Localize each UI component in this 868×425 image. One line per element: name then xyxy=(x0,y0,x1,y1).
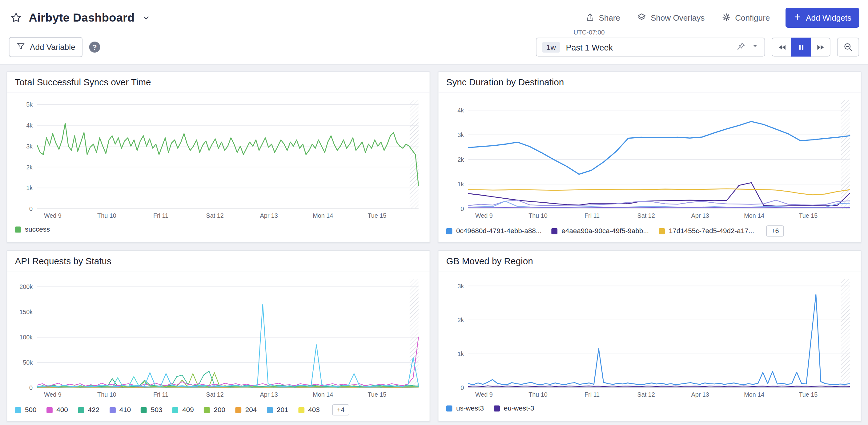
add-variable-button[interactable]: Add Variable xyxy=(9,37,83,57)
legend-item[interactable]: 503 xyxy=(141,406,162,414)
x-tick-label: Wed 9 xyxy=(44,212,62,219)
legend-item[interactable]: 403 xyxy=(298,406,320,414)
playback-controls xyxy=(772,37,831,56)
chart-canvas[interactable]: 050k100k150k200kWed 9Thu 10Fri 11Sat 12A… xyxy=(10,275,424,400)
rewind-button[interactable] xyxy=(772,37,792,56)
favorite-star-icon[interactable] xyxy=(9,10,23,25)
legend-label: e4aea90a-90ca-49f5-9abb... xyxy=(561,227,649,235)
add-widgets-button[interactable]: Add Widgets xyxy=(785,8,859,28)
y-tick-label: 2k xyxy=(457,316,464,323)
x-tick-label: Fri 11 xyxy=(153,212,168,219)
widget-gb-moved-by-region: GB Moved by Region 01k2k3kWed 9Thu 10Fri… xyxy=(438,250,862,422)
show-overlays-button[interactable]: Show Overlays xyxy=(636,9,706,26)
legend-item[interactable]: 0c49680d-4791-4ebb-a88... xyxy=(446,227,542,235)
range-caret-icon[interactable] xyxy=(751,42,759,52)
chart-legend: 0c49680d-4791-4ebb-a88...e4aea90a-90ca-4… xyxy=(438,221,861,242)
legend-item[interactable]: us-west3 xyxy=(446,404,484,412)
widget-grid: Total Successful Syncs over Time 01k2k3k… xyxy=(0,65,868,425)
legend-item[interactable]: 17d1455c-7ed5-49d2-a17... xyxy=(659,227,754,235)
x-tick-label: Apr 13 xyxy=(691,391,709,398)
chart-canvas[interactable]: 01k2k3k4kWed 9Thu 10Fri 11Sat 12Apr 13Mo… xyxy=(442,96,855,221)
add-variable-label: Add Variable xyxy=(30,42,75,52)
x-tick-label: Sat 12 xyxy=(206,212,223,219)
x-tick-label: Thu 10 xyxy=(528,212,548,219)
legend-item[interactable]: 200 xyxy=(204,406,225,414)
title-chevron-icon[interactable] xyxy=(141,12,153,24)
zoom-out-button[interactable] xyxy=(837,37,859,56)
legend-color-chip xyxy=(15,226,21,233)
header-title-row: Airbyte Dashboard Share Show Overlays Co… xyxy=(9,5,859,30)
y-tick-label: 1k xyxy=(457,351,464,357)
x-tick-label: Sat 12 xyxy=(638,391,655,398)
legend-label: 503 xyxy=(151,406,162,414)
legend-label: us-west3 xyxy=(456,404,484,412)
x-tick-label: Thu 10 xyxy=(528,391,548,398)
legend-item[interactable]: 201 xyxy=(267,406,288,414)
share-button[interactable]: Share xyxy=(584,9,621,26)
series-line-500[interactable] xyxy=(37,304,418,387)
dashboard-page: Airbyte Dashboard Share Show Overlays Co… xyxy=(0,0,868,425)
filter-funnel-icon xyxy=(16,41,26,53)
legend-item[interactable]: e4aea90a-90ca-49f5-9abb... xyxy=(552,227,649,235)
series-line-success[interactable] xyxy=(37,123,418,186)
legend-item[interactable]: 422 xyxy=(78,406,99,414)
x-tick-label: Fri 11 xyxy=(585,212,599,219)
add-widgets-label: Add Widgets xyxy=(806,13,851,22)
legend-label: 403 xyxy=(308,406,320,414)
series-line-dest-6[interactable] xyxy=(468,208,850,208)
share-label: Share xyxy=(599,13,620,22)
header: Airbyte Dashboard Share Show Overlays Co… xyxy=(0,0,868,65)
x-tick-label: Mon 14 xyxy=(744,212,764,219)
x-tick-label: Thu 10 xyxy=(97,391,116,398)
x-tick-label: Tue 15 xyxy=(799,391,817,398)
series-line-0c49680d[interactable] xyxy=(468,121,850,174)
x-tick-label: Fri 11 xyxy=(153,391,168,398)
legend-item[interactable]: 204 xyxy=(235,406,257,414)
legend-label: 201 xyxy=(277,406,288,414)
legend-color-chip xyxy=(46,407,53,413)
help-icon[interactable]: ? xyxy=(89,41,100,53)
future-hatch-region xyxy=(410,100,418,209)
legend-label: 410 xyxy=(119,406,131,414)
x-tick-label: Wed 9 xyxy=(475,391,493,398)
legend-label: 0c49680d-4791-4ebb-a88... xyxy=(456,227,542,235)
time-range-selector[interactable]: 1w Past 1 Week xyxy=(536,37,765,56)
x-tick-label: Tue 15 xyxy=(368,391,386,398)
series-line-us-west3[interactable] xyxy=(468,295,850,385)
y-tick-label: 1k xyxy=(26,184,33,191)
x-tick-label: Thu 10 xyxy=(97,212,116,219)
legend-item[interactable]: 410 xyxy=(109,406,131,414)
y-tick-label: 200k xyxy=(20,283,33,290)
widget-api-requests-by-status: API Requests by Status 050k100k150k200kW… xyxy=(7,250,430,422)
fast-forward-button[interactable] xyxy=(810,37,831,56)
header-toolbar-row: Add Variable ? UTC-07:00 1w Past 1 Week xyxy=(9,37,859,58)
legend-item[interactable]: 500 xyxy=(15,406,37,414)
series-line-400[interactable] xyxy=(37,337,418,386)
plus-icon xyxy=(793,12,802,23)
range-shortcut-chip[interactable]: 1w xyxy=(542,42,560,52)
widget-sync-duration-by-destination: Sync Duration by Destination 01k2k3k4kWe… xyxy=(438,71,862,243)
chart-canvas[interactable]: 01k2k3kWed 9Thu 10Fri 11Sat 12Apr 13Mon … xyxy=(442,275,855,400)
y-tick-label: 3k xyxy=(26,143,33,150)
series-line-eu-west-3[interactable] xyxy=(468,386,850,387)
chart-canvas[interactable]: 01k2k3k4k5kWed 9Thu 10Fri 11Sat 12Apr 13… xyxy=(10,96,424,221)
configure-button[interactable]: Configure xyxy=(720,9,771,26)
y-tick-label: 3k xyxy=(457,283,464,290)
legend-color-chip xyxy=(298,407,304,413)
y-tick-label: 5k xyxy=(26,101,33,108)
legend-item[interactable]: eu-west-3 xyxy=(494,404,534,412)
series-line-17d1455c[interactable] xyxy=(468,189,850,195)
legend-overflow-badge[interactable]: +6 xyxy=(767,225,784,237)
pin-icon[interactable] xyxy=(736,41,746,53)
y-tick-label: 4k xyxy=(457,107,464,114)
legend-item[interactable]: success xyxy=(15,225,50,233)
legend-overflow-badge[interactable]: +4 xyxy=(332,404,349,416)
chart-legend: success xyxy=(7,221,429,239)
y-tick-label: 1k xyxy=(457,181,464,187)
pause-button[interactable] xyxy=(791,37,811,56)
legend-label: success xyxy=(25,225,50,233)
legend-item[interactable]: 400 xyxy=(46,406,68,414)
widget-title: Total Successful Syncs over Time xyxy=(7,72,429,93)
legend-item[interactable]: 409 xyxy=(173,406,194,414)
legend-color-chip xyxy=(267,407,273,413)
